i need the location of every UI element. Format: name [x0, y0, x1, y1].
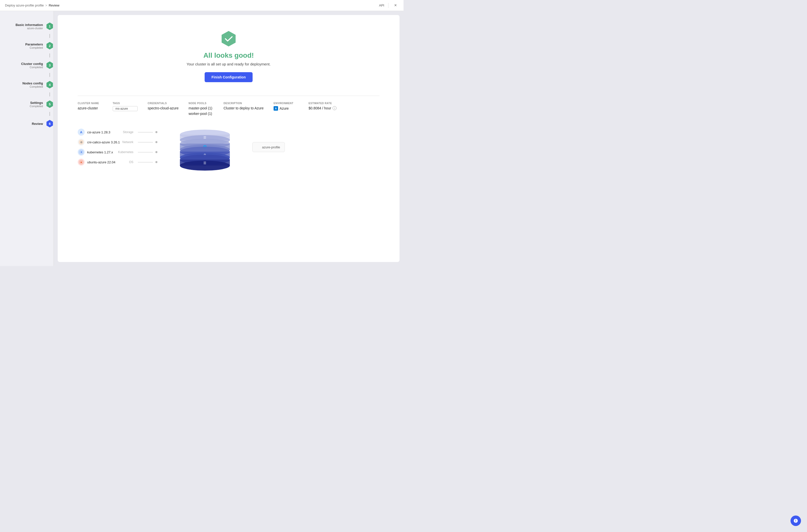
summary-environment: ENVIRONMENT A Azure: [274, 102, 299, 116]
close-button[interactable]: ×: [393, 2, 398, 8]
svg-marker-0: [222, 31, 236, 46]
estimated-rate-value: $0.8084 / hour: [308, 106, 331, 110]
stack-item-csi-azure: A csi-azure 1.28.3 Storage: [78, 129, 157, 136]
success-section: All looks good! Your cluster is all set …: [68, 25, 390, 90]
estimated-rate-label: ESTIMATED RATE: [308, 102, 337, 104]
tags-label: TAGS: [113, 102, 138, 104]
main-layout: Basic information azure-cluster 1 Parame…: [0, 11, 404, 266]
node-pool-2: worker-pool (1): [189, 112, 213, 116]
node-pools-label: NODE POOLS: [189, 102, 213, 104]
success-title: All looks good!: [203, 52, 254, 59]
sidebar-sub-basic-information: azure-cluster: [16, 27, 43, 30]
top-bar-right: API ×: [379, 2, 398, 8]
sidebar-item-cluster-config[interactable]: Cluster config Completed 3: [0, 57, 54, 73]
cni-calico-type: Network: [123, 140, 133, 144]
breadcrumb-separator: >: [45, 3, 47, 7]
description-value: Cluster to deploy to Azure: [224, 106, 264, 110]
sidebar-badge-6: 6: [46, 120, 54, 127]
api-link[interactable]: API: [379, 3, 384, 7]
ubuntu-type: OS: [129, 160, 133, 164]
info-icon[interactable]: i: [333, 106, 337, 110]
section-divider: [78, 96, 379, 96]
cluster-name-value: azure-cluster: [78, 106, 103, 110]
summary-row: CLUSTER NAME azure-cluster TAGS ms-azure…: [68, 102, 390, 122]
sidebar-sub-settings: Completed: [30, 104, 43, 108]
azure-icon: A: [274, 106, 278, 111]
cluster-name-label: CLUSTER NAME: [78, 102, 103, 104]
sidebar-label-review: Review: [32, 122, 43, 126]
sidebar-label-basic-information: Basic information: [16, 23, 43, 27]
stack-list: A csi-azure 1.28.3 Storage ⊛ cni: [78, 129, 157, 166]
profile-label-box: azure-profile: [252, 142, 285, 152]
sidebar-connector: [50, 34, 50, 38]
hex-layers-svg: ☰ 🌐 ⚙: [172, 122, 237, 172]
summary-description: DESCRIPTION Cluster to deploy to Azure: [224, 102, 264, 116]
sidebar-badge-4: 4: [46, 81, 54, 89]
finish-configuration-button[interactable]: Finish Configuration: [205, 72, 253, 82]
tags-value: ms-azure: [113, 106, 138, 111]
cni-calico-icon: ⊛: [78, 139, 85, 146]
stack-item-ubuntu: ● ubuntu-azure 22.04 OS: [78, 158, 157, 166]
sidebar-sub-nodes-config: Completed: [22, 85, 43, 88]
diagram-section: A csi-azure 1.28.3 Storage ⊛ cni: [68, 122, 390, 183]
ubuntu-icon: ●: [78, 158, 85, 166]
sidebar-connector: [50, 73, 50, 77]
sidebar-sub-parameters: Completed: [25, 46, 43, 49]
sidebar-connector: [50, 112, 50, 116]
breadcrumb-parent: Deploy azure-profile profile: [5, 3, 44, 7]
svg-text:●: ●: [80, 160, 82, 164]
stack-item-cni-calico: ⊛ cni-calico-azure 3.26.1 Network: [78, 139, 157, 146]
sidebar-label-nodes-config: Nodes config: [22, 81, 43, 85]
credentials-label: CREDENTIALS: [148, 102, 179, 104]
rate-row: $0.8084 / hour i: [308, 106, 337, 110]
sidebar-item-nodes-config[interactable]: Nodes config Completed 4: [0, 77, 54, 92]
credentials-value: spectro-cloud-azure: [148, 106, 179, 110]
sidebar-item-basic-information[interactable]: Basic information azure-cluster 1: [0, 18, 54, 34]
svg-text:✦: ✦: [80, 151, 82, 154]
ubuntu-name: ubuntu-azure 22.04: [87, 160, 115, 164]
summary-estimated-rate: ESTIMATED RATE $0.8084 / hour i: [308, 102, 337, 116]
csi-azure-icon: A: [78, 129, 85, 136]
top-bar: Deploy azure-profile profile > Review AP…: [0, 0, 404, 11]
success-subtitle: Your cluster is all set up and ready for…: [187, 62, 270, 66]
sidebar-item-review[interactable]: Review 6: [0, 116, 54, 131]
sidebar-label-parameters: Parameters: [25, 42, 43, 46]
stack-connector-line: [138, 152, 153, 152]
stack-connector-line: [138, 142, 153, 142]
kubernetes-icon: ✦: [78, 149, 85, 156]
environment-row: A Azure: [274, 106, 299, 111]
sidebar-badge-3: 3: [46, 61, 54, 69]
summary-tags: TAGS ms-azure: [113, 102, 138, 116]
content-area: All looks good! Your cluster is all set …: [58, 15, 399, 262]
sidebar-item-parameters[interactable]: Parameters Completed 2: [0, 38, 54, 54]
svg-text:A: A: [80, 130, 82, 134]
sidebar-item-settings[interactable]: Settings Completed 5: [0, 96, 54, 112]
csi-azure-name: csi-azure 1.28.3: [87, 130, 110, 134]
environment-label: ENVIRONMENT: [274, 102, 299, 104]
summary-node-pools: NODE POOLS master-pool (1) worker-pool (…: [189, 102, 213, 116]
sidebar-connector: [50, 92, 50, 96]
success-icon: [220, 30, 237, 48]
description-label: DESCRIPTION: [224, 102, 264, 104]
environment-value: Azure: [280, 107, 289, 110]
sidebar-label-settings: Settings: [30, 101, 43, 104]
breadcrumb-current: Review: [49, 3, 59, 7]
svg-text:A: A: [275, 107, 277, 110]
sidebar-badge-2: 2: [46, 42, 54, 50]
csi-azure-type: Storage: [123, 130, 133, 134]
summary-cluster-name: CLUSTER NAME azure-cluster: [78, 102, 103, 116]
node-pool-1: master-pool (1): [189, 106, 213, 110]
summary-credentials: CREDENTIALS spectro-cloud-azure: [148, 102, 179, 116]
sidebar: Basic information azure-cluster 1 Parame…: [0, 11, 54, 266]
sidebar-connector: [50, 54, 50, 57]
stack-connector-line: [138, 132, 153, 132]
svg-text:☰: ☰: [203, 161, 206, 165]
breadcrumb: Deploy azure-profile profile > Review: [5, 3, 59, 7]
kubernetes-name: kubernetes 1.27.x: [87, 150, 113, 154]
cni-calico-name: cni-calico-azure 3.26.1: [87, 140, 120, 144]
profile-label: azure-profile: [262, 145, 280, 149]
hex-stack-diagram: ☰ 🌐 ⚙: [172, 122, 237, 173]
sidebar-badge-5: 5: [46, 100, 54, 108]
sidebar-badge-1: 1: [46, 22, 54, 30]
sidebar-label-cluster-config: Cluster config: [21, 62, 43, 66]
